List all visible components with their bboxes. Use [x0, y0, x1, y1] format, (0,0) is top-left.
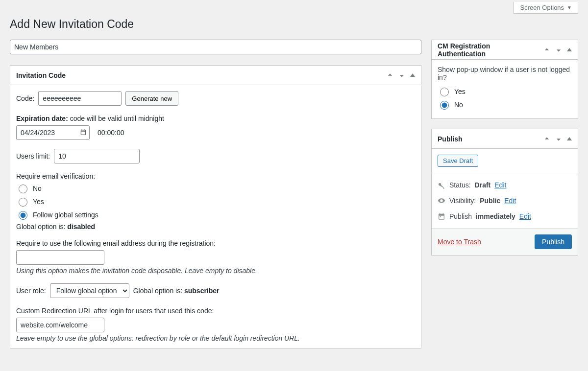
toggle-panel-icon[interactable]	[567, 137, 572, 140]
email-verif-global-prefix: Global option is:	[16, 223, 67, 231]
key-icon	[438, 181, 445, 189]
email-verif-no-radio[interactable]	[19, 185, 27, 193]
publish-button[interactable]: Publish	[535, 234, 572, 249]
code-input[interactable]	[38, 91, 122, 106]
expiration-note: code will be valid until midnight	[70, 115, 164, 122]
move-up-icon[interactable]	[543, 46, 550, 53]
require-email-verif-label: Require email verification:	[16, 172, 415, 180]
move-up-icon[interactable]	[543, 136, 550, 142]
visibility-edit-link[interactable]: Edit	[504, 197, 516, 205]
status-label: Status:	[449, 181, 471, 189]
email-verif-global-value: disabled	[67, 223, 95, 231]
cm-yes-label: Yes	[454, 88, 466, 95]
require-email-addr-input[interactable]	[16, 250, 104, 265]
email-verif-follow-radio[interactable]	[19, 211, 27, 220]
code-label: Code:	[16, 94, 34, 102]
status-edit-link[interactable]: Edit	[494, 181, 506, 189]
calendar-icon	[438, 212, 445, 220]
custom-redir-label: Custom Redirection URL after login for u…	[16, 307, 415, 315]
user-role-global-prefix: Global option is:	[133, 287, 184, 295]
email-verif-yes-radio[interactable]	[19, 198, 27, 207]
require-email-addr-hint: Using this option makes the invitation c…	[16, 267, 415, 275]
user-role-global-value: subscriber	[184, 287, 220, 295]
require-email-addr-label: Require to use the following email addre…	[16, 239, 415, 247]
expiration-label: Expiration date:	[16, 115, 68, 122]
user-role-label: User role:	[16, 287, 46, 295]
post-title-input[interactable]	[10, 40, 421, 54]
cm-question: Show pop-up window if a user is not logg…	[438, 66, 572, 81]
expiration-date-input[interactable]	[16, 125, 90, 140]
invitation-code-panel-title: Invitation Code	[16, 71, 66, 79]
publish-panel: Publish Save Draft Status: Draft Edit	[431, 129, 578, 255]
move-to-trash-link[interactable]: Move to Trash	[438, 238, 481, 246]
publish-panel-title: Publish	[438, 135, 463, 143]
save-draft-button[interactable]: Save Draft	[438, 155, 478, 167]
generate-new-button[interactable]: Generate new	[125, 91, 178, 106]
email-verif-follow-label: Follow global settings	[33, 211, 98, 219]
move-up-icon[interactable]	[387, 72, 393, 79]
status-value: Draft	[475, 181, 491, 189]
users-limit-input[interactable]	[54, 149, 140, 163]
cm-no-radio[interactable]	[440, 101, 449, 110]
custom-redir-hint: Leave empty to use the global options: r…	[16, 334, 415, 342]
users-limit-label: Users limit:	[16, 152, 50, 160]
custom-redir-input[interactable]	[16, 318, 104, 332]
email-verif-yes-label: Yes	[33, 198, 44, 206]
publish-schedule-edit-link[interactable]: Edit	[519, 212, 531, 220]
screen-options-label: Screen Options	[520, 4, 564, 11]
expiration-time: 00:00:00	[98, 129, 124, 137]
publish-schedule-value: immediately	[476, 212, 515, 220]
publish-schedule-label: Publish	[449, 212, 472, 220]
screen-options-button[interactable]: Screen Options ▼	[514, 2, 578, 14]
toggle-panel-icon[interactable]	[410, 73, 415, 77]
move-down-icon[interactable]	[555, 136, 562, 142]
cm-registration-panel: CM Registration Authentication Show pop-…	[431, 40, 578, 119]
visibility-label: Visibility:	[449, 197, 476, 205]
eye-icon	[438, 197, 445, 205]
page-title: Add New Invitation Code	[10, 18, 578, 31]
cm-panel-title: CM Registration Authentication	[438, 42, 516, 58]
cm-no-label: No	[454, 101, 463, 109]
cm-yes-radio[interactable]	[440, 88, 449, 96]
visibility-value: Public	[480, 197, 500, 205]
move-down-icon[interactable]	[398, 72, 405, 79]
move-down-icon[interactable]	[555, 46, 562, 53]
user-role-select[interactable]: Follow global option	[50, 283, 129, 298]
email-verif-no-label: No	[33, 185, 42, 192]
chevron-down-icon: ▼	[567, 5, 572, 10]
toggle-panel-icon[interactable]	[567, 48, 572, 51]
invitation-code-panel: Invitation Code Code: Generate new Expir…	[10, 65, 421, 348]
